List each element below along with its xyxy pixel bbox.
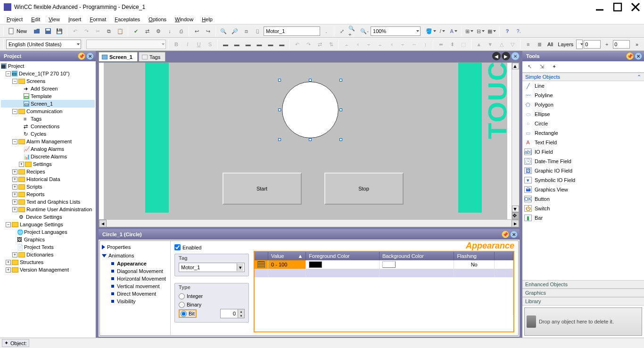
tree-root[interactable]: ▦Project — [1, 62, 95, 70]
menu-help[interactable]: Help — [198, 16, 216, 23]
tree-connections[interactable]: ⇄Connections — [1, 123, 95, 130]
zoom-out-icon[interactable]: 🔍- — [359, 26, 370, 36]
nav-properties[interactable]: Properties — [100, 243, 170, 251]
confirm-icon[interactable]: . — [321, 26, 331, 36]
align-b-icon[interactable]: ▬ — [277, 39, 287, 50]
tree-cycles[interactable]: ↻Cycles — [1, 130, 95, 138]
save-all-icon[interactable]: 💾 — [54, 26, 65, 36]
maximize-button[interactable] — [613, 2, 622, 12]
pin-icon[interactable]: 📌 — [502, 231, 509, 238]
cat-simple[interactable]: Simple Objects⌃ — [522, 73, 644, 81]
underline-icon[interactable]: U — [194, 39, 204, 50]
tree-structures[interactable]: +Structures — [1, 258, 95, 266]
italic-icon[interactable]: I — [182, 39, 193, 50]
appearance-grid[interactable]: Value ▲ Foreground Color Background Colo… — [254, 251, 514, 332]
same-w-icon[interactable]: ⬌ — [436, 39, 446, 50]
al6-icon[interactable]: ⫟ — [398, 39, 408, 50]
type-bit[interactable]: Bit — [179, 309, 197, 318]
grid-row-new[interactable] — [255, 269, 513, 277]
tool2-icon[interactable]: ⇲ — [537, 62, 547, 72]
misc2-icon[interactable]: ⌷ — [252, 26, 263, 36]
nav-direct[interactable]: Direct Movement — [100, 290, 170, 298]
copy-icon[interactable]: ⧉ — [104, 26, 114, 36]
tool-polygon[interactable]: ⬠Polygon — [522, 100, 644, 109]
flip-h-icon[interactable]: ⇄ — [314, 39, 325, 50]
tree-tags[interactable]: ≡Tags — [1, 115, 95, 123]
nav-back-icon[interactable]: ↩ — [191, 26, 202, 36]
start-button[interactable]: Start — [223, 173, 302, 205]
tree-scripts[interactable]: +Scripts — [1, 183, 95, 191]
tree-recipes[interactable]: +Recipes — [1, 168, 95, 175]
flip-v-icon[interactable]: ⇅ — [326, 39, 336, 50]
tree-settings[interactable]: +Settings — [1, 160, 95, 168]
cut-icon[interactable]: ✂ — [92, 26, 103, 36]
dist-v-icon[interactable]: ↕ — [420, 39, 430, 50]
redo-icon[interactable]: ↷ — [81, 26, 91, 36]
menu-faceplates[interactable]: Faceplates — [111, 16, 144, 23]
type-binary[interactable]: Binary — [179, 300, 245, 309]
canvas-vscroll[interactable]: ▲▼✥ — [512, 63, 519, 219]
tree-screen1[interactable]: ▭Screen_1 — [1, 100, 95, 108]
menu-options[interactable]: Options — [145, 16, 170, 23]
menu-view[interactable]: View — [45, 16, 64, 23]
overflow-icon[interactable]: » — [632, 39, 642, 50]
help2-icon[interactable]: ?. — [513, 26, 524, 36]
al1-icon[interactable]: ⫠ — [341, 39, 352, 50]
align-t-icon[interactable]: ▬ — [254, 39, 264, 50]
close-button[interactable] — [631, 2, 640, 12]
tool-switch[interactable]: ⏻Switch — [522, 204, 644, 213]
tree-text-graphics[interactable]: +Text and Graphics Lists — [1, 198, 95, 206]
object-name-input[interactable] — [264, 26, 320, 36]
rotate-r-icon[interactable]: ↷ — [304, 39, 314, 50]
front-icon[interactable]: ▲ — [474, 39, 484, 50]
enabled-checkbox[interactable]: Enabled — [174, 244, 201, 250]
align-r-icon[interactable]: ▬ — [243, 39, 253, 50]
align-icon[interactable]: ▦ — [487, 26, 497, 36]
nav-animations[interactable]: Animations — [100, 251, 170, 260]
tool-ellipse[interactable]: ⬭Ellipse — [522, 109, 644, 119]
nav-horiz[interactable]: Horizontal Movement — [100, 275, 170, 282]
tree-proj-texts[interactable]: 📄Project Texts — [1, 243, 95, 251]
paste-icon[interactable]: 📋 — [115, 26, 125, 36]
cat-enhanced[interactable]: Enhanced Objects — [522, 280, 644, 289]
stop-button[interactable]: Stop — [324, 173, 404, 205]
al5-icon[interactable]: ⫞ — [387, 39, 397, 50]
layer-b-input[interactable] — [613, 40, 630, 49]
zoom-fit-icon[interactable]: ⤢ — [337, 26, 347, 36]
al3-icon[interactable]: ⫟ — [364, 39, 374, 50]
tool-bar[interactable]: ▮Bar — [522, 213, 644, 223]
tree-proj-lang[interactable]: 🌐Project Languages — [1, 228, 95, 236]
menu-window[interactable]: Window — [171, 16, 197, 23]
canvas-hscroll[interactable]: ◀▶ — [99, 219, 519, 227]
tree-dictionaries[interactable]: +Dictionaries — [1, 251, 95, 258]
fwd-icon[interactable]: △ — [496, 39, 507, 50]
tree-analog-alarms[interactable]: 📈Analog Alarms — [1, 145, 95, 153]
cat-library[interactable]: Library — [522, 297, 644, 306]
same-h-icon[interactable]: ⬍ — [447, 39, 457, 50]
project-tree[interactable]: ▦Project −▭Device_1(TP 270 10") −Screens… — [0, 61, 96, 338]
menu-project[interactable]: Project — [3, 16, 26, 23]
tree-communication[interactable]: −Communication — [1, 108, 95, 115]
tool-text-field[interactable]: AText Field — [522, 138, 644, 147]
download-icon[interactable]: ↓ — [165, 26, 175, 36]
align-c-icon[interactable]: ▬ — [231, 39, 242, 50]
tool-polyline[interactable]: 〰Polyline — [522, 91, 644, 100]
nav-diag[interactable]: Diagonal Movement — [100, 267, 170, 275]
cat-graphics[interactable]: Graphics — [522, 289, 644, 297]
tag-combo[interactable]: Motor_1▾ — [179, 263, 245, 272]
open-icon[interactable] — [32, 26, 42, 36]
nav-visibility[interactable]: Visibility — [100, 298, 170, 305]
strike-icon[interactable]: S — [205, 39, 215, 50]
transfer-icon[interactable]: ⇄ — [142, 26, 152, 36]
circle-object[interactable] — [282, 82, 339, 138]
find-icon[interactable]: 🔍 — [218, 26, 229, 36]
close-panel-icon[interactable]: ✕ — [510, 231, 518, 238]
align-l-icon[interactable]: ▬ — [220, 39, 231, 50]
pin-icon[interactable]: 📌 — [626, 52, 634, 60]
tree-screens[interactable]: −Screens — [1, 77, 95, 85]
tree-lang-settings[interactable]: −Language Settings — [1, 221, 95, 228]
plus-icon[interactable]: + — [602, 39, 612, 50]
tab-screen1[interactable]: Screen_1 — [99, 52, 138, 61]
language-combo[interactable]: English (United States) — [6, 40, 81, 49]
undo-icon[interactable]: ↶ — [70, 26, 80, 36]
